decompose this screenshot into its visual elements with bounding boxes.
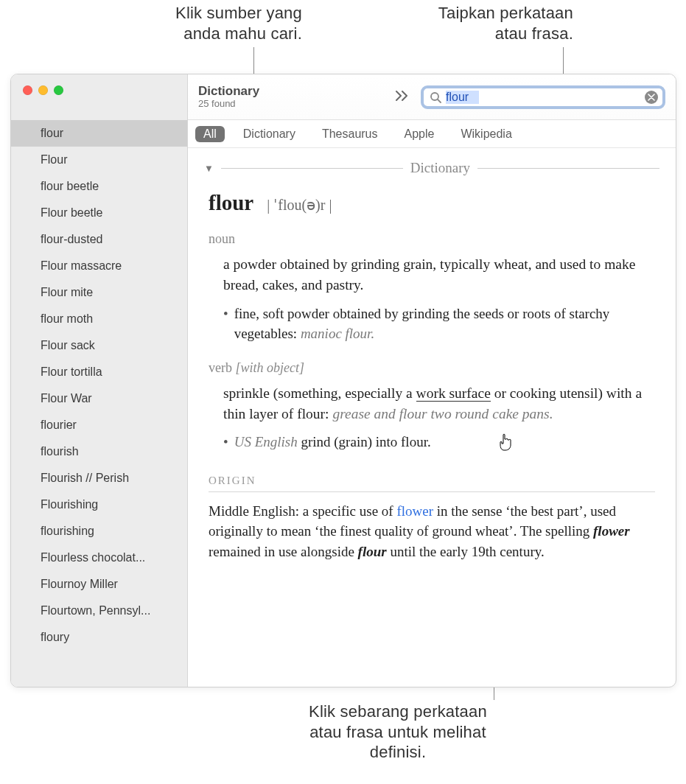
search-icon xyxy=(430,91,441,103)
sidebar-item[interactable]: Flour sack xyxy=(11,332,187,359)
sidebar-item[interactable]: flour-dusted xyxy=(11,226,187,253)
sidebar-item[interactable]: Flour tortilla xyxy=(11,359,187,385)
search-field[interactable] xyxy=(421,85,665,109)
search-input[interactable] xyxy=(446,91,640,104)
minimize-window-button[interactable] xyxy=(38,85,48,95)
origin-divider xyxy=(209,491,655,492)
callout-search: Taipkan perkataanatau frasa. xyxy=(380,3,573,43)
window-controls xyxy=(11,74,187,105)
sidebar-item[interactable]: Flourish // Perish xyxy=(11,465,187,491)
sidebar-item[interactable]: flourier xyxy=(11,412,187,438)
sidebar-item[interactable]: flourishing xyxy=(11,518,187,545)
disclosure-triangle-icon: ▼ xyxy=(204,163,214,174)
sidebar-item[interactable]: Flour War xyxy=(11,385,187,412)
source-tab-all[interactable]: All xyxy=(195,126,225,142)
toolbar-title-block: Dictionary 25 found xyxy=(198,84,259,110)
origin-text[interactable]: Middle English: a specific use of flower… xyxy=(209,501,655,562)
origin-label: ORIGIN xyxy=(209,475,655,487)
headword: flour xyxy=(209,191,253,214)
sidebar-item[interactable]: flour xyxy=(11,120,187,147)
dictionary-entry: flour | ˈflou(ə)r | noun a powder obtain… xyxy=(204,191,659,561)
sidebar-item[interactable]: floury xyxy=(11,624,187,651)
sidebar-item[interactable]: flour moth xyxy=(11,306,187,332)
sidebar: flourFlourflour beetleFlour beetleflour-… xyxy=(11,74,188,687)
callout-line xyxy=(563,47,564,77)
example-text: manioc flour. xyxy=(301,326,374,341)
pronunciation: | ˈflou(ə)r | xyxy=(267,197,332,213)
sidebar-item[interactable]: Flour beetle xyxy=(11,200,187,226)
linked-term-work-surface[interactable]: work surface xyxy=(416,385,491,402)
example-text: grease and flour two round cake pans. xyxy=(332,406,553,421)
more-button[interactable] xyxy=(391,86,413,108)
sidebar-item[interactable]: Flourless chocolat... xyxy=(11,545,187,571)
source-tab-thesaurus[interactable]: Thesaurus xyxy=(314,126,386,142)
close-window-button[interactable] xyxy=(23,85,32,95)
main-area: Dictionary 25 found xyxy=(188,74,676,687)
sidebar-item[interactable]: flour beetle xyxy=(11,173,187,200)
subsense-2[interactable]: • US English grind (grain) into flour. xyxy=(223,432,655,452)
dictionary-window: flourFlourflour beetleFlour beetleflour-… xyxy=(10,74,676,687)
source-tab-dictionary[interactable]: Dictionary xyxy=(235,126,304,142)
sidebar-item[interactable]: Flour massacre xyxy=(11,253,187,279)
bullet-icon: • xyxy=(223,304,228,344)
chevron-right-double-icon xyxy=(396,91,409,101)
source-tab-apple[interactable]: Apple xyxy=(396,126,443,142)
source-tabs: AllDictionaryThesaurusAppleWikipedia xyxy=(188,120,676,148)
toolbar: Dictionary 25 found xyxy=(188,74,676,120)
callout-sources: Klik sumber yanganda mahu cari. xyxy=(103,3,302,43)
fullscreen-window-button[interactable] xyxy=(54,85,63,95)
sidebar-item[interactable]: Flourtown, Pennsyl... xyxy=(11,598,187,624)
sidebar-item[interactable]: flourish xyxy=(11,438,187,465)
subsense-1[interactable]: • fine, soft powder obtained by grinding… xyxy=(223,304,655,344)
section-label: Dictionary xyxy=(403,160,477,176)
sidebar-item[interactable]: Flour xyxy=(11,147,187,173)
section-divider[interactable]: ▼ Dictionary xyxy=(204,160,659,176)
bullet-icon: • xyxy=(223,432,228,452)
sidebar-item[interactable]: Flourishing xyxy=(11,491,187,518)
linked-term-flower[interactable]: flower xyxy=(396,503,433,519)
sidebar-item[interactable]: Flour mite xyxy=(11,279,187,306)
definition-content: ▼ Dictionary flour | ˈflou(ə)r | noun a … xyxy=(188,148,676,687)
definition-1[interactable]: a powder obtained by grinding grain, typ… xyxy=(223,254,655,296)
results-count: 25 found xyxy=(198,99,259,110)
sidebar-item[interactable]: Flournoy Miller xyxy=(11,571,187,598)
callout-click-word: Klik sebarang perkataanatau frasa untuk … xyxy=(295,701,501,763)
clear-search-button[interactable] xyxy=(645,91,658,104)
part-of-speech-verb: verb [with object] xyxy=(209,360,655,376)
region-tag: US English xyxy=(234,434,298,449)
definition-2[interactable]: sprinkle (something, especially a work s… xyxy=(223,383,655,425)
window-title: Dictionary xyxy=(198,84,259,99)
results-list[interactable]: flourFlourflour beetleFlour beetleflour-… xyxy=(11,105,187,687)
svg-line-1 xyxy=(438,99,441,102)
source-tab-wikipedia[interactable]: Wikipedia xyxy=(452,126,519,142)
close-icon xyxy=(648,94,655,101)
part-of-speech-noun: noun xyxy=(209,231,655,247)
